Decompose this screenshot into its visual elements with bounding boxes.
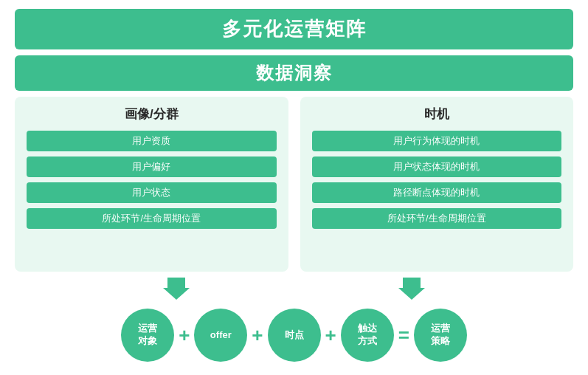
two-col-section: 画像/分群 用户资质 用户偏好 用户状态 所处环节/生命周期位置 时机 用户行为… [15,97,573,272]
circle-2: 时点 [268,309,321,362]
left-item-2: 用户状态 [27,182,277,203]
operator-2: + [325,324,336,347]
operator-3: = [398,324,409,347]
circle-4: 运营策略 [414,309,467,362]
right-item-1: 用户状态体现的时机 [312,156,562,177]
left-arrow-shaft [167,278,185,288]
left-item-1: 用户偏好 [27,156,277,177]
second-banner-text: 数据洞察 [256,63,333,83]
circle-1: offer [194,309,247,362]
right-col-title: 时机 [312,106,562,123]
right-arrow-shaft [403,278,421,288]
top-banner-text: 多元化运营矩阵 [222,18,367,40]
bottom-row: 运营对象 + offer + 时点 + 触达方式 = 运营策略 [15,306,573,366]
circle-0: 运营对象 [121,309,174,362]
left-column: 画像/分群 用户资质 用户偏好 用户状态 所处环节/生命周期位置 [15,97,288,272]
main-container: 多元化运营矩阵 数据洞察 画像/分群 用户资质 用户偏好 用户状态 所处环节/生… [0,0,588,375]
right-item-0: 用户行为体现的时机 [312,131,562,151]
right-arrow-head [398,288,425,300]
left-arrow [163,278,190,300]
circle-3: 触达方式 [341,309,394,362]
left-item-0: 用户资质 [27,131,277,151]
left-col-title: 画像/分群 [27,106,277,123]
right-item-3: 所处环节/生命周期位置 [312,208,562,229]
right-item-2: 路径断点体现的时机 [312,182,562,203]
arrow-row [15,278,573,300]
operator-1: + [252,324,263,347]
top-banner: 多元化运营矩阵 [15,9,573,49]
operator-0: + [179,324,190,347]
left-item-3: 所处环节/生命周期位置 [27,208,277,229]
left-arrow-head [163,288,190,300]
second-banner: 数据洞察 [15,55,573,91]
right-column: 时机 用户行为体现的时机 用户状态体现的时机 路径断点体现的时机 所处环节/生命… [300,97,574,272]
right-arrow [398,278,425,300]
